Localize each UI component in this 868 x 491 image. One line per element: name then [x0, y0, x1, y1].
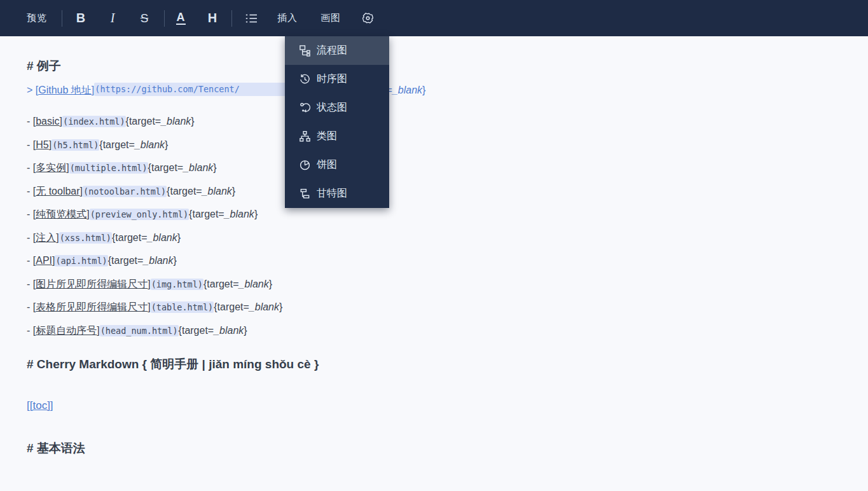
menu-item-label: 状态图	[317, 101, 347, 114]
settings-button[interactable]	[358, 0, 377, 36]
state-diagram-icon	[299, 102, 311, 114]
preview-button[interactable]: 预览	[23, 0, 51, 36]
markdown-editor-surface[interactable]: # 例子 > [Github 地址](https://github.com/Te…	[0, 36, 868, 491]
menu-item-sequence[interactable]: 时序图	[285, 65, 389, 93]
example-href-code: (xss.html)	[59, 232, 112, 244]
list-item: - [无 toolbar](notoolbar.html){target=_bl…	[27, 185, 868, 198]
draw-button[interactable]: 画图	[317, 0, 345, 36]
menu-item-pie[interactable]: 饼图	[285, 151, 389, 179]
md-blockquote-github: > [Github 地址](https://github.com/Tencent…	[27, 83, 868, 96]
editor-toolbar: 预览 B I S A H 插入 画图	[0, 0, 868, 36]
github-link-text[interactable]: Github 地址	[38, 85, 92, 95]
example-link-text[interactable]: 图片所见即所得编辑尺寸	[36, 279, 148, 289]
menu-item-gantt[interactable]: 甘特图	[285, 179, 389, 208]
example-href-code: (index.html)	[62, 116, 126, 127]
example-href-code: (img.html)	[151, 279, 203, 290]
class-diagram-icon	[299, 130, 311, 142]
toc-link-text[interactable]: [toc]	[30, 399, 50, 411]
toolbar-separator	[62, 10, 62, 27]
flowchart-icon	[299, 45, 311, 57]
toolbar-separator	[231, 10, 232, 27]
list-item: - [图片所见即所得编辑尺寸](img.html){target=_blank}	[27, 278, 868, 291]
example-href-code: (api.html)	[55, 255, 107, 266]
unordered-list-icon	[245, 13, 258, 24]
list-item: - [多实例](multiple.html){target=_blank}	[27, 162, 868, 174]
list-item: - [注入](xss.html){target=_blank}	[27, 232, 868, 244]
menu-item-label: 时序图	[317, 73, 347, 86]
example-href-code: (table.html)	[151, 301, 214, 313]
example-link-text[interactable]: 纯预览模式	[36, 209, 86, 219]
example-link-text[interactable]: 多实例	[36, 162, 66, 173]
example-href-code: (notoolbar.html)	[83, 186, 167, 197]
md-example-list: - [basic](index.html){target=_blank} - […	[27, 115, 868, 337]
menu-item-label: 流程图	[317, 44, 347, 57]
sequence-history-icon	[299, 73, 311, 85]
menu-item-flowchart[interactable]: 流程图	[285, 36, 389, 65]
menu-item-class[interactable]: 类图	[285, 122, 389, 151]
menu-item-label: 甘特图	[317, 187, 347, 200]
settings-gear-icon	[361, 11, 375, 25]
gantt-chart-icon	[299, 188, 311, 200]
font-color-button[interactable]: A	[165, 0, 196, 36]
list-item: - [basic](index.html){target=_blank}	[27, 115, 868, 128]
list-item: - [纯预览模式](preview_only.html){target=_bla…	[27, 208, 868, 221]
draw-dropdown-menu: 流程图 时序图 状态图	[285, 36, 389, 208]
unordered-list-button[interactable]	[235, 0, 267, 36]
md-heading-basic: # 基本语法	[27, 441, 868, 455]
header-button[interactable]: H	[196, 0, 228, 36]
example-link-text[interactable]: 标题自动序号	[36, 325, 97, 336]
example-href-code: (h5.html)	[52, 139, 99, 151]
example-href-code: (multiple.html)	[69, 162, 148, 174]
menu-item-state[interactable]: 状态图	[285, 93, 389, 122]
list-item: - [H5](h5.html){target=_blank}	[27, 139, 868, 151]
menu-item-label: 饼图	[317, 158, 337, 172]
example-href-code: (preview_only.html)	[90, 209, 189, 220]
list-item: - [API](api.html){target=_blank}	[27, 254, 868, 267]
md-heading-example: # 例子	[27, 36, 868, 73]
pie-chart-icon	[299, 159, 311, 171]
bold-button[interactable]: B	[65, 0, 97, 36]
md-toc-line: [[toc]]	[27, 399, 868, 411]
menu-item-label: 类图	[317, 130, 337, 143]
example-link-text[interactable]: H5	[36, 139, 48, 150]
example-href-code: (head_num.html)	[100, 325, 179, 336]
example-link-text[interactable]: basic	[36, 116, 59, 127]
strikethrough-button[interactable]: S	[128, 0, 160, 36]
example-link-text[interactable]: 表格所见即所得编辑尺寸	[36, 301, 148, 312]
example-link-text[interactable]: API	[36, 255, 52, 266]
list-item: - [表格所见即所得编辑尺寸](table.html){target=_blan…	[27, 301, 868, 314]
insert-button[interactable]: 插入	[273, 0, 301, 36]
md-heading-cherry: # Cherry Markdown { 简明手册 | jiǎn míng shǒ…	[27, 357, 868, 371]
example-link-text[interactable]: 注入	[36, 232, 56, 243]
list-item: - [标题自动序号](head_num.html){target=_blank}	[27, 324, 868, 337]
italic-button[interactable]: I	[97, 0, 128, 36]
example-link-text[interactable]: 无 toolbar	[36, 186, 79, 197]
